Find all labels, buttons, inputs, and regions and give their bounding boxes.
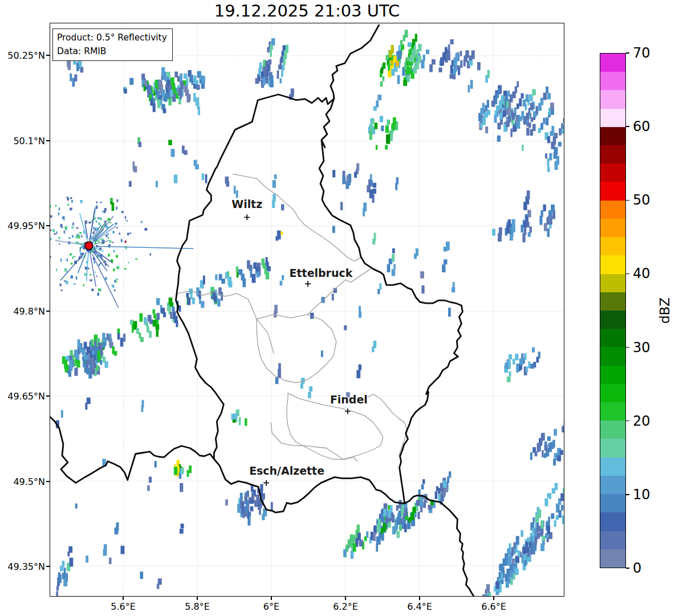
echo-cell xyxy=(551,205,555,212)
colorbar-tick-mark xyxy=(626,274,629,275)
echo-cell xyxy=(66,364,68,371)
echo-cell xyxy=(554,520,556,527)
country-border xyxy=(331,25,379,99)
echo-cell xyxy=(536,523,539,532)
echo-cell xyxy=(68,237,71,239)
map-title: 19.12.2025 21:03 UTC xyxy=(50,1,564,21)
echo-cell xyxy=(386,134,390,144)
echo-cell xyxy=(119,232,120,235)
echo-cell xyxy=(332,293,334,300)
colorbar-segment xyxy=(600,164,625,182)
echo-cell xyxy=(105,235,107,237)
district-border xyxy=(257,315,336,383)
echo-cell xyxy=(532,124,536,130)
echo-cell xyxy=(432,59,436,64)
echo-cell xyxy=(190,293,193,299)
echo-cell xyxy=(86,261,87,264)
y-tick-mark xyxy=(46,395,50,397)
echo-cell xyxy=(114,351,117,356)
echo-cell xyxy=(56,591,58,596)
echo-cell xyxy=(532,542,534,550)
echo-cell xyxy=(550,216,552,225)
echo-cell xyxy=(245,506,248,512)
echo-cell xyxy=(150,99,153,105)
echo-cell xyxy=(353,543,356,552)
echo-cell xyxy=(84,273,87,276)
echo-cell xyxy=(91,252,92,254)
echo-cell xyxy=(257,271,260,277)
echo-cell xyxy=(537,533,539,539)
echo-cell xyxy=(547,158,549,166)
echo-cell xyxy=(273,180,276,188)
echo-cell xyxy=(416,248,418,256)
echo-cell xyxy=(557,455,561,462)
echo-cell xyxy=(514,127,517,131)
echo-cell xyxy=(396,177,399,184)
echo-cell xyxy=(55,205,56,206)
echo-cell xyxy=(130,320,133,325)
echo-cell xyxy=(403,80,406,86)
colorbar-segment xyxy=(600,72,625,90)
echo-cell xyxy=(443,480,447,488)
echo-cell xyxy=(71,263,73,264)
echo-cell xyxy=(229,282,233,288)
echo-cell xyxy=(280,78,282,83)
echo-cell xyxy=(196,84,200,89)
echo-cell xyxy=(274,174,276,179)
echo-cell xyxy=(533,517,535,523)
echo-cell xyxy=(381,533,384,541)
echo-cell xyxy=(460,60,462,68)
colorbar-tick-label: 70 xyxy=(633,45,650,61)
echo-cell xyxy=(170,90,173,97)
echo-cell xyxy=(113,269,115,271)
echo-cell xyxy=(551,513,554,519)
echo-cell xyxy=(113,286,115,288)
echo-cell xyxy=(551,126,554,133)
echo-cell xyxy=(455,53,458,61)
echo-cell xyxy=(156,91,160,97)
clutter-spoke xyxy=(80,213,88,241)
echo-cell xyxy=(74,368,78,376)
echo-cell xyxy=(64,230,65,234)
echo-cell xyxy=(376,536,379,545)
echo-cell xyxy=(94,246,95,248)
district-border xyxy=(271,423,357,462)
echo-cell xyxy=(245,418,247,426)
echo-cell xyxy=(357,525,360,533)
echo-cell xyxy=(387,55,389,60)
echo-cell xyxy=(387,120,389,127)
echo-cell xyxy=(136,328,139,334)
city-marker xyxy=(263,480,269,486)
echo-cell xyxy=(147,486,150,491)
echo-cell xyxy=(510,571,513,578)
echo-cell xyxy=(507,557,511,565)
echo-cell xyxy=(438,67,442,72)
echo-cell xyxy=(465,50,469,58)
echo-cell xyxy=(426,50,429,54)
echo-cell xyxy=(256,495,259,501)
y-tick-mark xyxy=(46,311,50,312)
echo-cell xyxy=(56,586,59,590)
echo-cell xyxy=(109,557,112,564)
echo-cell xyxy=(497,136,501,142)
echo-cell xyxy=(142,400,144,407)
echo-cell xyxy=(74,256,76,258)
y-tick-mark xyxy=(46,55,50,56)
echo-cell xyxy=(469,60,473,66)
colorbar-tick-label: 40 xyxy=(633,266,650,282)
echo-cell xyxy=(321,350,323,357)
echo-cell xyxy=(399,500,402,508)
echo-cell xyxy=(172,307,174,311)
echo-cell xyxy=(266,272,269,279)
echo-cell xyxy=(60,259,62,262)
echo-cell xyxy=(356,163,359,170)
echo-cell xyxy=(423,501,426,508)
echo-cell xyxy=(141,221,143,223)
echo-cell xyxy=(217,299,220,307)
echo-cell xyxy=(515,568,519,575)
echo-cell xyxy=(546,117,549,125)
echo-cell xyxy=(124,268,126,270)
echo-cell xyxy=(116,266,119,270)
echo-cell xyxy=(271,502,273,511)
echo-cell xyxy=(163,312,166,317)
